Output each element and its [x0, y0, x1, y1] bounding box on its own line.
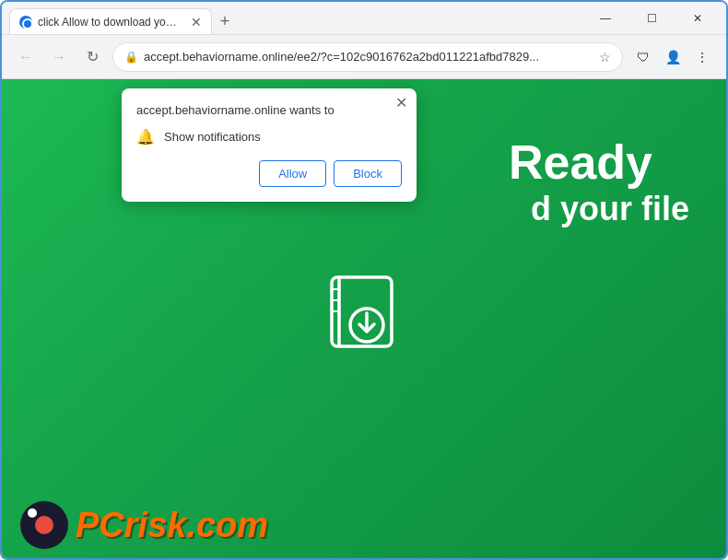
tab-favicon — [19, 16, 32, 29]
url-text: accept.behaviorname.online/ee2/?c=102c90… — [144, 50, 593, 64]
popup-buttons: Allow Block — [136, 160, 402, 187]
reload-button[interactable]: ↻ — [79, 44, 105, 70]
maximize-button[interactable]: ☐ — [630, 6, 673, 31]
address-input[interactable]: 🔒 accept.behaviorname.online/ee2/?c=102c… — [112, 42, 623, 72]
address-bar: ← → ↻ 🔒 accept.behaviorname.online/ee2/?… — [2, 35, 726, 79]
notification-row: 🔔 Show notifications — [136, 128, 402, 146]
back-button[interactable]: ← — [13, 44, 39, 70]
block-button[interactable]: Block — [334, 160, 402, 187]
download-icon — [323, 273, 405, 365]
popup-close-button[interactable]: ✕ — [395, 96, 407, 111]
allow-button[interactable]: Allow — [259, 160, 326, 187]
notification-popup: ✕ accept.behaviorname.online wants to 🔔 … — [122, 88, 417, 202]
bell-icon: 🔔 — [136, 128, 155, 146]
page-text-ready: Ready — [509, 134, 652, 190]
forward-button[interactable]: → — [46, 44, 72, 70]
title-bar: click Allow to download your file ✕ + — … — [2, 2, 726, 35]
menu-icon[interactable]: ⋮ — [689, 44, 715, 70]
pcrisk-text: PCrisk.com — [76, 506, 268, 545]
pcrisk-brand: PC — [76, 506, 124, 544]
tab-area: click Allow to download your file ✕ + — [9, 2, 577, 34]
shield-icon[interactable]: 🛡 — [630, 44, 656, 70]
bookmark-icon[interactable]: ☆ — [599, 50, 611, 64]
page-text-file: d your file — [531, 190, 689, 228]
tab-title: click Allow to download your file — [38, 16, 182, 29]
browser-window: click Allow to download your file ✕ + — … — [0, 0, 728, 560]
page-content: Ready d your file PCrisk.com — [2, 79, 726, 558]
toolbar-icons: 🛡 👤 ⋮ — [630, 44, 715, 70]
window-controls: — ☐ ✕ — [584, 6, 719, 31]
profile-icon[interactable]: 👤 — [660, 44, 686, 70]
close-button[interactable]: ✕ — [676, 6, 719, 31]
new-tab-button[interactable]: + — [212, 8, 238, 34]
active-tab[interactable]: click Allow to download your file ✕ — [9, 8, 212, 34]
lock-icon: 🔒 — [124, 51, 138, 64]
notification-label: Show notifications — [164, 130, 261, 144]
pcrisk-suffix: risk.com — [124, 506, 268, 544]
tab-close-button[interactable]: ✕ — [191, 15, 202, 29]
popup-title: accept.behaviorname.online wants to — [136, 103, 402, 117]
minimize-button[interactable]: — — [584, 6, 627, 31]
download-icon-container — [323, 273, 405, 368]
pcrisk-logo: PCrisk.com — [20, 501, 268, 549]
pcrisk-ball-icon — [20, 501, 68, 549]
